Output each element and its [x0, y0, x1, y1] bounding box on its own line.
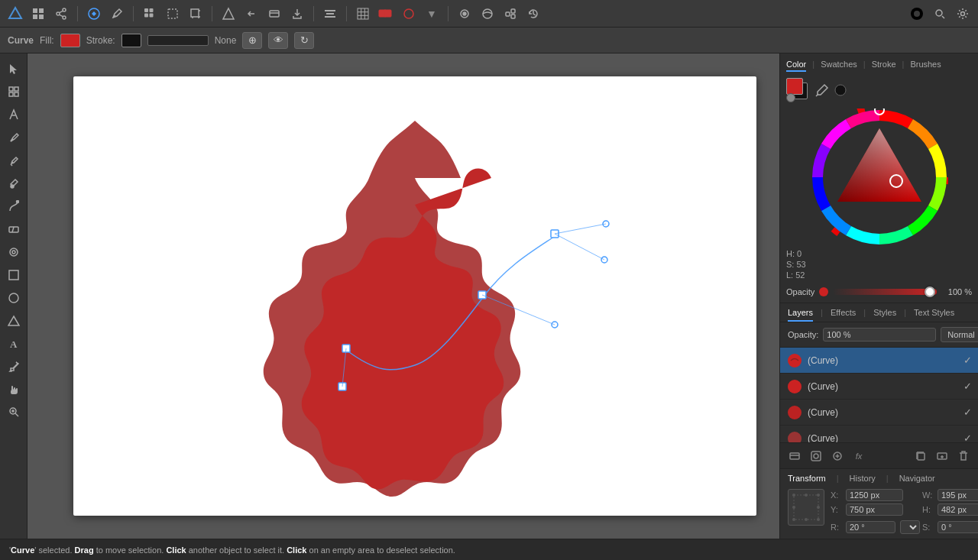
- tab-text-styles[interactable]: Text Styles: [914, 308, 954, 322]
- layers-panel-tabs: Layers | Effects | Styles | Text Styles: [780, 303, 978, 322]
- opacity-bar[interactable]: [833, 289, 937, 295]
- x-input[interactable]: [846, 489, 903, 501]
- shape-ellipse-tool[interactable]: [3, 287, 24, 309]
- layer-item[interactable]: (Curve) ✓: [780, 426, 978, 442]
- r-unit-select[interactable]: °: [900, 520, 920, 534]
- path-ops-icon[interactable]: [377, 5, 395, 23]
- svg-point-116: [805, 494, 808, 497]
- add-layer-btn[interactable]: [934, 448, 950, 465]
- grid3-icon[interactable]: [354, 5, 372, 23]
- blur-tool[interactable]: [3, 241, 24, 263]
- r-input[interactable]: [846, 521, 895, 533]
- pencil-tool[interactable]: [3, 150, 24, 171]
- color-wheel-icon[interactable]: [908, 5, 926, 23]
- tab-history[interactable]: History: [850, 474, 876, 483]
- app-logo-icon[interactable]: [6, 5, 24, 23]
- y-input[interactable]: [846, 503, 903, 516]
- arrow-left-icon[interactable]: [242, 5, 261, 23]
- export-icon[interactable]: [288, 5, 306, 23]
- svg-point-44: [914, 11, 920, 17]
- svg-point-121: [805, 518, 808, 521]
- layer-item[interactable]: (Curve) ✓: [780, 348, 978, 374]
- layer-visibility-check[interactable]: ✓: [963, 380, 972, 392]
- copy-layer-btn[interactable]: [912, 448, 929, 465]
- stroke-swatch[interactable]: [121, 34, 141, 47]
- tab-layers[interactable]: Layers: [788, 308, 813, 322]
- grid-view-icon[interactable]: [141, 5, 159, 23]
- zoom-icon-top[interactable]: [931, 5, 949, 23]
- w-input[interactable]: [938, 489, 978, 501]
- zoom-tool[interactable]: [3, 402, 24, 423]
- s-input[interactable]: [938, 521, 978, 533]
- pointer-tool[interactable]: [3, 58, 24, 79]
- svg-line-59: [12, 227, 14, 232]
- hand-tool[interactable]: [3, 379, 24, 400]
- color-swatches[interactable]: [786, 78, 811, 102]
- text-tool[interactable]: A: [3, 333, 24, 354]
- mask-icon-btn[interactable]: [808, 448, 824, 465]
- color-mode-icon[interactable]: [834, 83, 847, 97]
- select-icon[interactable]: [164, 5, 182, 23]
- share-icon[interactable]: [52, 5, 70, 23]
- move-tool-btn[interactable]: ⊕: [242, 32, 262, 49]
- stroke-width-bar[interactable]: [147, 35, 209, 46]
- canvas-area[interactable]: [28, 53, 779, 539]
- brush-tool[interactable]: [3, 173, 24, 194]
- blend-mode-select[interactable]: Normal Multiply Screen Overlay: [941, 327, 978, 342]
- eyedrop-icon[interactable]: [815, 83, 829, 97]
- transform-icon[interactable]: [186, 5, 205, 23]
- vector-icon[interactable]: [219, 5, 238, 23]
- history-icon[interactable]: [524, 5, 542, 23]
- fill-swatch[interactable]: [60, 34, 80, 47]
- tab-navigator[interactable]: Navigator: [899, 474, 935, 483]
- grid-icon[interactable]: [29, 5, 47, 23]
- color-wheel[interactable]: [811, 108, 948, 246]
- layer-item[interactable]: (Curve) ✓: [780, 374, 978, 400]
- target-icon[interactable]: [455, 5, 474, 23]
- align-icon[interactable]: [321, 5, 339, 23]
- svg-line-81: [816, 95, 818, 96]
- more-icon[interactable]: ▼: [423, 5, 441, 23]
- opacity-color-dot: [819, 287, 828, 296]
- tab-effects[interactable]: Effects: [831, 308, 856, 322]
- tab-swatches[interactable]: Swatches: [821, 60, 857, 72]
- shape-rect-tool[interactable]: [3, 264, 24, 286]
- transform-btn[interactable]: ↻: [294, 32, 314, 49]
- paint-tool[interactable]: [3, 196, 24, 217]
- h-row: H: 0: [786, 249, 972, 258]
- pixel-icon[interactable]: [501, 5, 520, 23]
- tab-transform[interactable]: Transform: [788, 474, 826, 483]
- node-tool[interactable]: [3, 104, 24, 125]
- tab-color[interactable]: Color: [786, 60, 806, 72]
- layer-visibility-check[interactable]: ✓: [963, 354, 972, 366]
- brush-tool-icon[interactable]: [400, 5, 418, 23]
- pen-tool[interactable]: [3, 127, 24, 148]
- layers-icon[interactable]: [265, 5, 283, 23]
- tab-stroke[interactable]: Stroke: [872, 60, 896, 72]
- fx-text-btn[interactable]: fx: [850, 448, 867, 465]
- opacity-handle[interactable]: [925, 286, 935, 297]
- delete-layer-btn[interactable]: [955, 448, 972, 465]
- h-input[interactable]: [938, 503, 978, 516]
- pencil-icon[interactable]: [108, 5, 126, 23]
- layer-thumbnail: [786, 352, 803, 369]
- shape-tri-tool[interactable]: [3, 310, 24, 332]
- layers-icon-btn[interactable]: [786, 448, 803, 465]
- adj-icon-btn[interactable]: [829, 448, 846, 465]
- erase-tool[interactable]: [3, 218, 24, 240]
- pen-tool-icon[interactable]: [85, 5, 103, 23]
- s-label: S:: [786, 260, 794, 269]
- layer-visibility-check[interactable]: ✓: [963, 406, 972, 418]
- warp-icon[interactable]: [478, 5, 497, 23]
- eyedrop-tool[interactable]: [3, 356, 24, 377]
- tab-styles[interactable]: Styles: [873, 308, 896, 322]
- tab-brushes[interactable]: Brushes: [910, 60, 941, 72]
- settings-icon[interactable]: [954, 5, 972, 23]
- layer-visibility-check[interactable]: ✓: [963, 432, 972, 442]
- layer-item[interactable]: (Curve) ✓: [780, 400, 978, 426]
- swap-color-icon[interactable]: [786, 93, 795, 102]
- view-tool[interactable]: [3, 81, 24, 102]
- view-tool-btn[interactable]: 👁: [268, 32, 288, 49]
- layer-opacity-input[interactable]: [823, 328, 936, 342]
- fg-color-swatch[interactable]: [786, 78, 803, 95]
